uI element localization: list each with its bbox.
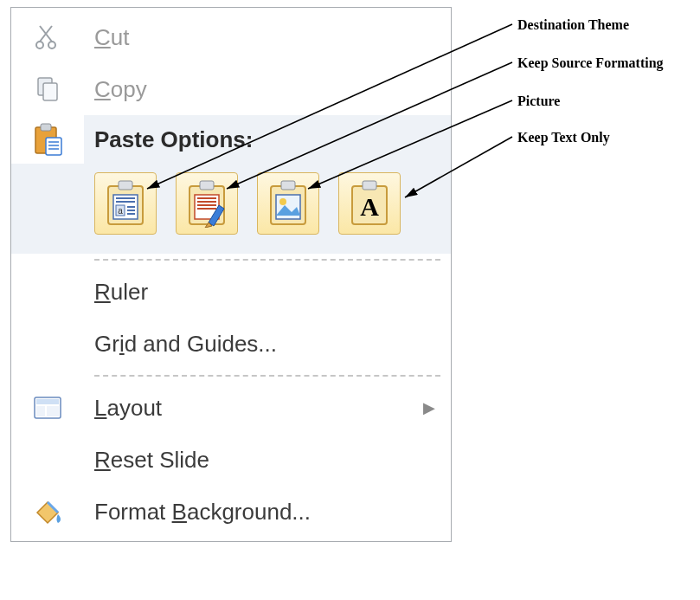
menu-item-cut[interactable]: Cut	[11, 11, 451, 63]
copy-icon	[11, 74, 84, 104]
layout-icon	[11, 396, 84, 420]
menu-item-ruler[interactable]: Ruler	[11, 266, 451, 318]
svg-rect-13	[119, 181, 132, 190]
clipboard-brush-icon	[183, 179, 231, 228]
svg-rect-7	[41, 124, 51, 131]
menu-item-grid-guides[interactable]: Grid and Guides...	[11, 318, 451, 370]
menu-item-copy[interactable]: Copy	[11, 63, 451, 115]
svg-point-32	[279, 198, 286, 205]
menu-item-format-background[interactable]: Format Background...	[11, 486, 451, 538]
menu-item-label: Cut	[84, 24, 440, 51]
paste-keep-text-button[interactable]: A	[338, 172, 401, 235]
annotation-keep-text-only: Keep Text Only	[517, 130, 610, 145]
menu-item-label: Format Background...	[84, 499, 440, 526]
menu-item-layout[interactable]: Layout ▶	[11, 382, 451, 434]
menu-item-label: Copy	[84, 76, 440, 103]
svg-text:A: A	[360, 192, 379, 221]
svg-rect-30	[281, 181, 295, 190]
svg-rect-38	[36, 406, 45, 416]
clipboard-text-icon: A	[345, 179, 394, 228]
paint-bucket-icon	[11, 497, 84, 526]
paste-options-row: a	[11, 164, 440, 254]
clipboard-icon	[11, 115, 84, 164]
chevron-right-icon: ▶	[423, 398, 435, 417]
annotation-picture: Picture	[517, 94, 560, 109]
svg-point-3	[48, 42, 55, 48]
svg-rect-5	[43, 83, 57, 100]
annotation-destination-theme: Destination Theme	[517, 17, 629, 33]
paste-keep-source-button[interactable]	[176, 172, 238, 235]
menu-item-label: Layout ▶	[84, 395, 440, 422]
paste-options-header: Paste Options:	[84, 126, 440, 153]
menu-item-label: Ruler	[84, 279, 440, 306]
svg-rect-23	[200, 181, 214, 190]
clipboard-picture-icon	[264, 179, 312, 228]
paste-options-section: Paste Options: a	[11, 115, 451, 254]
annotation-keep-source: Keep Source Formatting	[517, 55, 664, 71]
svg-rect-39	[47, 406, 59, 416]
svg-rect-8	[46, 138, 61, 155]
context-menu: Cut Copy	[10, 7, 452, 542]
menu-item-label: Reset Slide	[84, 447, 440, 474]
svg-rect-34	[363, 181, 376, 190]
menu-separator	[94, 259, 440, 261]
menu-item-reset-slide[interactable]: Reset Slide	[11, 434, 451, 486]
svg-text:a: a	[118, 206, 123, 216]
paste-destination-theme-button[interactable]: a	[94, 172, 157, 235]
menu-item-label: Grid and Guides...	[84, 331, 440, 358]
svg-point-2	[36, 42, 43, 48]
menu-separator	[94, 375, 440, 377]
svg-rect-37	[36, 399, 59, 404]
paste-picture-button[interactable]	[257, 172, 319, 235]
clipboard-theme-icon: a	[101, 179, 150, 228]
scissors-icon	[11, 23, 84, 52]
